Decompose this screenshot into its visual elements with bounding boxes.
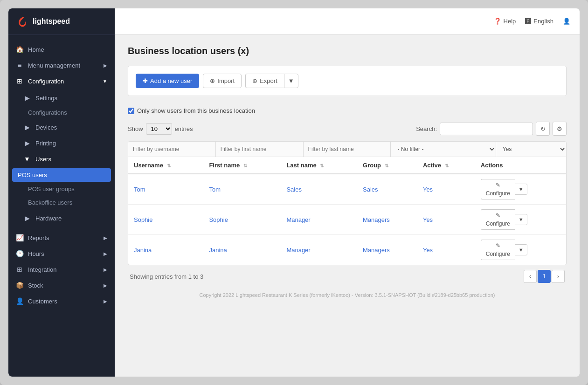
cell-active-2: Yes [417, 235, 475, 265]
lastname-link-1[interactable]: Manager [286, 216, 310, 223]
sidebar-item-menu-management[interactable]: ≡ Menu management ▶ [8, 57, 115, 73]
sidebar-item-integration[interactable]: ⊞ Integration ▶ [8, 261, 115, 277]
th-active[interactable]: Active ⇅ [417, 157, 475, 174]
search-input[interactable] [440, 123, 533, 135]
chevron-right-icon-customers: ▶ [104, 299, 107, 304]
sidebar-item-printing[interactable]: ▶ Printing [8, 135, 115, 151]
configure-button-0[interactable]: ✎ Configure [481, 179, 515, 199]
group-link-2[interactable]: Managers [363, 247, 390, 254]
sidebar-item-hardware[interactable]: ▶ Hardware [8, 210, 115, 226]
users-sub-list: POS users POS user groups Backoffice use… [8, 167, 115, 210]
th-actions: Actions [475, 157, 566, 174]
copyright: Copyright 2022 Lightspeed Restaurant K S… [128, 285, 567, 300]
add-user-button[interactable]: ✚ Add a new user [136, 74, 199, 88]
configure-button-2[interactable]: ✎ Configure [481, 240, 515, 260]
th-firstname[interactable]: First name ⇅ [203, 157, 281, 174]
config-icon: ⊞ [16, 77, 23, 85]
business-location-filter-label[interactable]: Only show users from this business locat… [128, 107, 255, 114]
next-page-button[interactable]: › [552, 270, 565, 283]
sidebar-item-customers[interactable]: 👤 Customers ▶ [8, 293, 115, 309]
page-1-button[interactable]: 1 [538, 270, 551, 283]
refresh-button[interactable]: ↻ [536, 122, 550, 136]
sidebar-item-hardware-label: Hardware [35, 215, 62, 222]
business-location-checkbox[interactable] [128, 108, 134, 114]
sidebar-item-configuration[interactable]: ⊞ Configuration ▼ [8, 73, 115, 89]
sidebar-item-configurations[interactable]: Configurations [8, 106, 115, 119]
firstname-link-2[interactable]: Janina [209, 247, 227, 254]
username-filter-input[interactable] [128, 142, 216, 157]
show-entries-control: Show 10 25 50 100 entries [128, 123, 193, 135]
sidebar-item-backoffice-users[interactable]: Backoffice users [8, 196, 115, 209]
help-button[interactable]: ❓ Help [494, 18, 516, 25]
add-user-label: Add a new user [150, 77, 192, 84]
lightspeed-logo-icon [16, 15, 29, 28]
active-link-2[interactable]: Yes [423, 247, 433, 254]
main-content: ❓ Help 🅰 English 👤 Business location use… [115, 8, 580, 377]
settings-button[interactable]: ⚙ [553, 122, 567, 136]
sidebar-item-backoffice-users-label: Backoffice users [28, 199, 72, 206]
sidebar-item-settings[interactable]: ▶ Settings [8, 90, 115, 106]
data-table: Username ⇅ First name ⇅ Last name ⇅ [128, 157, 566, 265]
active-filter-select[interactable]: Yes No [496, 142, 566, 157]
lastname-filter-input[interactable] [304, 142, 391, 157]
active-link-0[interactable]: Yes [423, 186, 433, 193]
group-link-1[interactable]: Managers [363, 216, 390, 223]
th-lastname[interactable]: Last name ⇅ [281, 157, 357, 174]
table-body: Tom Tom Sales Sales Yes ✎ Configure ▼ So… [128, 174, 566, 265]
language-label: English [533, 18, 553, 25]
user-profile-button[interactable]: 👤 [563, 18, 570, 25]
users-table: - No filter - Yes No Username [128, 141, 567, 265]
active-link-1[interactable]: Yes [423, 216, 433, 223]
top-bar: ❓ Help 🅰 English 👤 [115, 8, 580, 34]
business-location-filter-text: Only show users from this business locat… [137, 107, 255, 114]
cell-lastname-0: Sales [281, 174, 357, 205]
sidebar-item-pos-users[interactable]: POS users [12, 168, 111, 182]
lastname-link-0[interactable]: Sales [286, 186, 302, 193]
config-sub-list: ▶ Settings Configurations ▶ Devices ▶ [8, 89, 115, 227]
sidebar-item-config-label: Configuration [28, 78, 64, 85]
configure-label-2: Configure [486, 251, 510, 257]
table-row: Janina Janina Manager Managers Yes ✎ Con… [128, 235, 566, 265]
configure-dropdown-1[interactable]: ▼ [515, 214, 527, 225]
export-dropdown-button[interactable]: ▼ [284, 74, 298, 88]
logo[interactable]: lightspeed [8, 8, 115, 35]
th-username[interactable]: Username ⇅ [128, 157, 203, 174]
lastname-link-2[interactable]: Manager [286, 247, 310, 254]
sidebar-item-devices[interactable]: ▶ Devices [8, 119, 115, 135]
sort-icon-lastname: ⇅ [320, 163, 324, 168]
entries-select[interactable]: 10 25 50 100 [146, 123, 172, 135]
sidebar-item-reports[interactable]: 📈 Reports ▶ [8, 230, 115, 246]
firstname-link-0[interactable]: Tom [209, 186, 221, 193]
group-link-0[interactable]: Sales [363, 186, 378, 193]
th-username-label: Username [134, 162, 163, 169]
configure-dropdown-0[interactable]: ▼ [515, 184, 527, 195]
firstname-filter-input[interactable] [216, 142, 304, 157]
username-link-2[interactable]: Janina [134, 247, 152, 254]
export-button[interactable]: ⊕ Export [245, 74, 284, 88]
configure-dropdown-2[interactable]: ▼ [515, 244, 527, 255]
sidebar-item-devices-label: Devices [35, 124, 57, 131]
configure-button-1[interactable]: ✎ Configure [481, 209, 515, 230]
sidebar-item-hours[interactable]: 🕐 Hours ▶ [8, 246, 115, 261]
sidebar: lightspeed 🏠 Home ≡ Menu management ▶ [8, 8, 115, 377]
group-filter-select[interactable]: - No filter - [391, 142, 496, 157]
sidebar-item-home[interactable]: 🏠 Home [8, 41, 115, 57]
cell-lastname-1: Manager [281, 205, 357, 235]
export-icon: ⊕ [252, 77, 257, 84]
import-button[interactable]: ⊕ Import [203, 74, 242, 88]
sidebar-item-pos-user-groups[interactable]: POS user groups [8, 182, 115, 196]
cell-actions-2: ✎ Configure ▼ [475, 235, 566, 265]
sort-icon-firstname: ⇅ [243, 163, 247, 168]
sidebar-item-users[interactable]: ▼ Users [8, 151, 115, 167]
prev-page-button[interactable]: ‹ [524, 270, 537, 283]
th-group[interactable]: Group ⇅ [357, 157, 417, 174]
plus-icon: ✚ [143, 77, 148, 84]
language-selector[interactable]: 🅰 English [525, 18, 553, 25]
username-link-0[interactable]: Tom [134, 186, 145, 193]
sidebar-item-stock[interactable]: 📦 Stock ▶ [8, 277, 115, 293]
cell-group-0: Sales [357, 174, 417, 205]
username-link-1[interactable]: Sophie [134, 216, 152, 223]
firstname-link-1[interactable]: Sophie [209, 216, 228, 223]
th-firstname-label: First name [209, 162, 240, 169]
chevron-right-icon-hardware: ▶ [23, 214, 31, 222]
